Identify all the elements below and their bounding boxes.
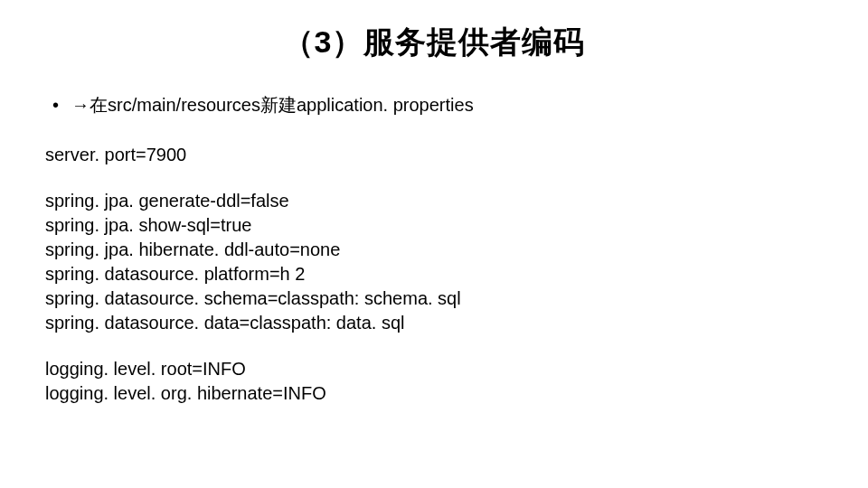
bullet-text: →在src/main/resources新建application. prope… — [71, 92, 474, 117]
slide-title: （3）服务提供者编码 — [45, 22, 823, 63]
config-line: spring. jpa. show-sql=true — [45, 213, 823, 238]
config-line: logging. level. root=INFO — [45, 357, 823, 381]
properties-block-1: server. port=7900 — [45, 143, 823, 167]
bullet-item: • →在src/main/resources新建application. pro… — [52, 92, 823, 117]
config-line: logging. level. org. hibernate=INFO — [45, 381, 823, 406]
bullet-marker-icon: • — [52, 92, 59, 117]
config-line: spring. jpa. hibernate. ddl-auto=none — [45, 238, 823, 262]
config-line: spring. datasource. platform=h 2 — [45, 262, 823, 286]
properties-block-3: logging. level. root=INFO logging. level… — [45, 357, 823, 406]
config-line: spring. datasource. schema=classpath: sc… — [45, 286, 823, 311]
properties-block-2: spring. jpa. generate-ddl=false spring. … — [45, 189, 823, 335]
config-line: spring. jpa. generate-ddl=false — [45, 189, 823, 213]
config-line: server. port=7900 — [45, 143, 823, 167]
config-line: spring. datasource. data=classpath: data… — [45, 311, 823, 335]
